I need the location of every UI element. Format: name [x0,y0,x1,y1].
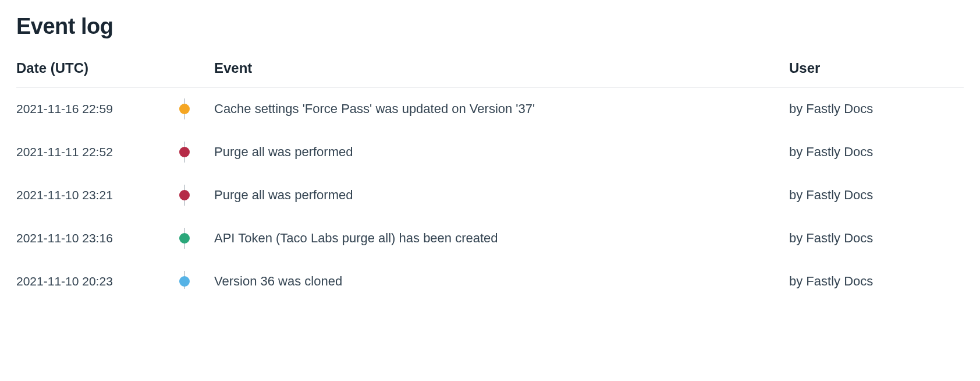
event-user: by Fastly Docs [789,188,964,203]
event-user: by Fastly Docs [789,231,964,246]
event-user: by Fastly Docs [789,144,964,160]
status-dot-icon [179,190,190,200]
timeline-cell [179,104,214,114]
table-row: 2021-11-10 23:16API Token (Taco Labs pur… [16,217,964,260]
status-dot-icon [179,147,190,157]
table-row: 2021-11-16 22:59Cache settings 'Force Pa… [16,87,964,130]
event-date-text: 2021-11-10 20:23 [16,274,113,288]
event-date-text: 2021-11-16 22:59 [16,102,113,116]
event-user: by Fastly Docs [789,274,964,289]
table-row: 2021-11-10 20:23Version 36 was clonedby … [16,260,964,303]
column-header-event: Event [214,60,789,76]
table-row: 2021-11-11 22:52Purge all was performedb… [16,130,964,174]
timeline-cell [179,190,214,200]
column-header-date: Date (UTC) [16,60,214,76]
timeline-cell [179,147,214,157]
status-dot-icon [179,233,190,244]
event-description: API Token (Taco Labs purge all) has been… [214,231,789,246]
event-date: 2021-11-10 23:21 [16,188,179,202]
event-date: 2021-11-10 23:16 [16,231,179,245]
event-date: 2021-11-10 20:23 [16,274,179,288]
table-row: 2021-11-10 23:21Purge all was performedb… [16,174,964,217]
status-dot-icon [179,104,190,114]
event-description: Version 36 was cloned [214,274,789,289]
event-date: 2021-11-16 22:59 [16,102,179,116]
timeline-cell [179,276,214,287]
event-description: Purge all was performed [214,188,789,203]
timeline-cell [179,233,214,244]
event-user: by Fastly Docs [789,101,964,117]
event-description: Purge all was performed [214,144,789,160]
event-date-text: 2021-11-10 23:16 [16,231,113,245]
event-description: Cache settings 'Force Pass' was updated … [214,101,789,117]
page-title: Event log [16,14,964,39]
column-header-user: User [789,60,964,76]
event-date: 2021-11-11 22:52 [16,145,179,159]
event-date-text: 2021-11-10 23:21 [16,188,113,202]
event-log-table: Date (UTC) Event User 2021-11-16 22:59Ca… [16,60,964,303]
event-date-text: 2021-11-11 22:52 [16,145,113,159]
table-header-row: Date (UTC) Event User [16,60,964,87]
status-dot-icon [179,276,190,287]
